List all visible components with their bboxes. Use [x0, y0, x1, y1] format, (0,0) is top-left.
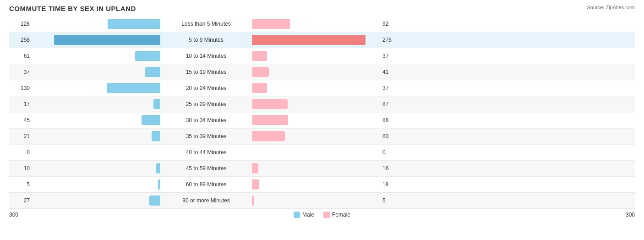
male-bar: [135, 51, 160, 61]
bar-row: 5 60 to 89 Minutes 18: [9, 177, 635, 193]
right-bar-container: [252, 115, 380, 125]
female-value: 18: [380, 181, 403, 188]
male-value: 37: [9, 69, 32, 75]
right-bar-container: [252, 83, 380, 93]
male-value: 45: [9, 117, 32, 123]
female-bar: [252, 99, 288, 109]
female-bar: [252, 83, 267, 93]
source-label: Source: ZipAtlas.com: [587, 5, 635, 10]
female-bar: [252, 67, 269, 77]
axis-left: 300: [9, 212, 37, 218]
male-value: 0: [9, 149, 32, 156]
left-bar-container: [32, 131, 160, 141]
legend-male-icon: [294, 212, 300, 218]
bars-area: 128 Less than 5 Minutes 92 258 5 to 9 Mi…: [9, 16, 635, 209]
bar-row: 130 20 to 24 Minutes 37: [9, 80, 635, 96]
legend: Male Female: [294, 212, 350, 218]
bar-row: 21 35 to 39 Minutes 80: [9, 128, 635, 145]
left-bar-container: [32, 67, 160, 77]
row-label: 60 to 89 Minutes: [160, 181, 252, 188]
row-label: 5 to 9 Minutes: [160, 37, 252, 43]
male-value: 5: [9, 181, 32, 188]
female-value: 5: [380, 197, 403, 204]
right-bar-container: [252, 195, 380, 206]
row-label: 10 to 14 Minutes: [160, 53, 252, 59]
female-bar: [252, 131, 285, 141]
row-label: 35 to 39 Minutes: [160, 133, 252, 140]
bar-row: 258 5 to 9 Minutes 276: [9, 32, 635, 48]
row-label: 20 to 24 Minutes: [160, 85, 252, 91]
right-bar-container: [252, 163, 380, 173]
bar-row: 0 40 to 44 Minutes 0: [9, 145, 635, 161]
legend-male-label: Male: [302, 212, 314, 218]
male-value: 17: [9, 101, 32, 107]
male-bar: [149, 195, 160, 206]
female-value: 88: [380, 117, 403, 123]
female-bar: [252, 163, 258, 173]
left-bar-container: [32, 147, 160, 157]
row-label: Less than 5 Minutes: [160, 21, 252, 27]
right-bar-container: [252, 99, 380, 109]
female-bar: [252, 115, 288, 125]
bar-row: 17 25 to 29 Minutes 87: [9, 96, 635, 112]
female-bar: [252, 19, 290, 29]
bar-row: 61 10 to 14 Minutes 37: [9, 48, 635, 64]
female-value: 0: [380, 149, 403, 156]
female-bar: [252, 179, 259, 190]
right-bar-container: [252, 67, 380, 77]
right-bar-container: [252, 19, 380, 29]
left-bar-container: [32, 179, 160, 190]
legend-female-label: Female: [332, 212, 350, 218]
female-value: 16: [380, 165, 403, 172]
male-bar: [156, 163, 160, 173]
row-label: 30 to 34 Minutes: [160, 117, 252, 123]
left-bar-container: [32, 163, 160, 173]
row-label: 90 or more Minutes: [160, 197, 252, 204]
row-label: 15 to 19 Minutes: [160, 69, 252, 75]
bar-row: 45 30 to 34 Minutes 88: [9, 112, 635, 128]
left-bar-container: [32, 99, 160, 109]
male-value: 10: [9, 165, 32, 172]
left-bar-container: [32, 35, 160, 45]
legend-male: Male: [294, 212, 314, 218]
axis-right: 300: [607, 212, 635, 218]
left-bar-container: [32, 115, 160, 125]
female-value: 276: [380, 37, 403, 43]
row-label: 25 to 29 Minutes: [160, 101, 252, 107]
female-bar: [252, 51, 267, 61]
row-label: 40 to 44 Minutes: [160, 149, 252, 156]
bar-row: 10 45 to 59 Minutes 16: [9, 161, 635, 177]
chart-title: COMMUTE TIME BY SEX IN UPLAND: [9, 5, 635, 12]
male-value: 21: [9, 133, 32, 140]
right-bar-container: [252, 147, 380, 157]
female-value: 80: [380, 133, 403, 140]
bottom-row: 300 Male Female 300: [9, 212, 635, 218]
female-value: 37: [380, 53, 403, 59]
female-bar: [252, 35, 366, 45]
male-bar: [145, 67, 160, 77]
bar-row: 37 15 to 19 Minutes 41: [9, 64, 635, 80]
male-value: 258: [9, 37, 32, 43]
left-bar-container: [32, 83, 160, 93]
male-value: 130: [9, 85, 32, 91]
legend-female-icon: [323, 212, 330, 218]
male-bar: [54, 35, 160, 45]
male-bar: [153, 99, 160, 109]
male-value: 27: [9, 197, 32, 204]
male-value: 61: [9, 53, 32, 59]
left-bar-container: [32, 195, 160, 206]
female-bar: [252, 195, 254, 206]
female-value: 87: [380, 101, 403, 107]
female-value: 37: [380, 85, 403, 91]
row-label: 45 to 59 Minutes: [160, 165, 252, 172]
right-bar-container: [252, 131, 380, 141]
right-bar-container: [252, 179, 380, 190]
right-bar-container: [252, 35, 380, 45]
chart-container: COMMUTE TIME BY SEX IN UPLAND Source: Zi…: [0, 0, 644, 240]
bar-row: 128 Less than 5 Minutes 92: [9, 16, 635, 32]
left-bar-container: [32, 19, 160, 29]
female-value: 41: [380, 69, 403, 75]
right-bar-container: [252, 51, 380, 61]
male-bar: [142, 115, 160, 125]
male-bar: [152, 131, 160, 141]
